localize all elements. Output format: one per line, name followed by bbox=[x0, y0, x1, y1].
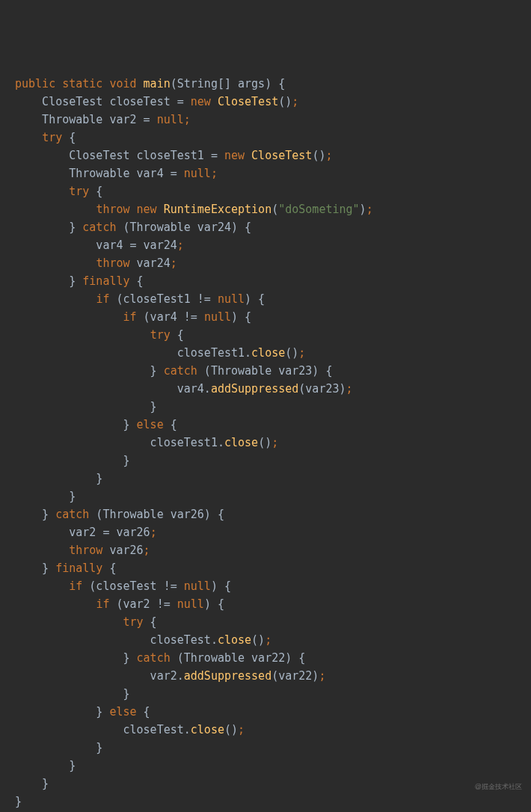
code-token: static bbox=[62, 77, 102, 90]
code-token: var2 = var26 bbox=[15, 526, 150, 539]
code-token: throw bbox=[96, 256, 129, 270]
code-token: ; bbox=[319, 669, 325, 683]
code-block: public static void main(String[] args) {… bbox=[15, 75, 524, 811]
code-token: { bbox=[164, 418, 177, 431]
watermark-label: @掘金技术社区 bbox=[475, 778, 522, 796]
code-line: } bbox=[15, 470, 524, 487]
code-line: } else { bbox=[15, 416, 524, 434]
code-token: ) bbox=[360, 203, 366, 216]
code-token: } bbox=[15, 274, 82, 288]
code-token: ; bbox=[265, 633, 271, 647]
code-token: } bbox=[15, 472, 102, 485]
code-line: } catch (Throwable var24) { bbox=[15, 218, 524, 236]
code-token: { bbox=[130, 274, 144, 288]
code-token: try bbox=[123, 615, 144, 629]
code-line: try { bbox=[15, 613, 524, 631]
code-token: ) { bbox=[204, 597, 224, 611]
code-token bbox=[15, 597, 96, 611]
code-token bbox=[15, 579, 69, 593]
code-line: } bbox=[15, 757, 524, 775]
code-line: try { bbox=[15, 326, 524, 344]
code-line: Throwable var2 = null; bbox=[15, 111, 524, 129]
code-token: null bbox=[177, 597, 204, 611]
code-token: (closeTest != bbox=[82, 579, 183, 593]
code-token bbox=[15, 256, 96, 270]
code-token: (Throwable var26) { bbox=[89, 508, 224, 521]
code-token: if bbox=[96, 597, 109, 611]
code-line: } bbox=[15, 685, 524, 703]
code-line: } catch (Throwable var26) { bbox=[15, 505, 524, 523]
code-token: () bbox=[312, 149, 325, 162]
code-token: { bbox=[102, 562, 116, 575]
code-token: (Throwable var23) { bbox=[197, 364, 333, 378]
code-token: () bbox=[278, 95, 292, 108]
code-token: () bbox=[251, 633, 265, 647]
code-line: throw var26; bbox=[15, 541, 524, 559]
code-token: null bbox=[157, 113, 184, 126]
code-token: RuntimeException bbox=[164, 203, 272, 216]
code-line: } catch (Throwable var23) { bbox=[15, 362, 524, 380]
code-line: try { bbox=[15, 129, 524, 147]
code-token: null bbox=[184, 167, 211, 180]
code-token: ; bbox=[184, 113, 191, 126]
code-line: closeTest1.close(); bbox=[15, 344, 524, 362]
code-token: addSuppressed bbox=[211, 382, 298, 396]
code-line: var4.addSuppressed(var23); bbox=[15, 380, 524, 398]
code-token bbox=[130, 203, 137, 216]
code-token: } bbox=[15, 777, 49, 790]
code-token: (var4 != bbox=[137, 310, 204, 324]
code-token: ; bbox=[271, 436, 278, 449]
code-token: Throwable var2 = bbox=[15, 113, 157, 126]
code-line: } bbox=[15, 398, 524, 416]
code-token: (Throwable var22) { bbox=[171, 651, 306, 665]
code-token: null bbox=[218, 292, 245, 306]
code-token: } bbox=[15, 741, 102, 754]
code-token: { bbox=[137, 705, 150, 719]
code-token: addSuppressed bbox=[184, 669, 271, 683]
code-token: } bbox=[15, 651, 137, 665]
code-token: ( bbox=[271, 203, 278, 216]
code-token: ; bbox=[346, 382, 353, 396]
code-token: new bbox=[137, 203, 157, 216]
code-token: } bbox=[15, 221, 82, 234]
code-line: if (var4 != null) { bbox=[15, 308, 524, 326]
code-token: { bbox=[171, 328, 184, 342]
code-token: var24 bbox=[130, 256, 171, 270]
code-token: catch bbox=[55, 508, 89, 521]
code-token: (var22) bbox=[271, 669, 319, 683]
code-token: close bbox=[224, 436, 258, 449]
code-line: var2 = var26; bbox=[15, 523, 524, 541]
code-token bbox=[15, 131, 42, 144]
code-token: } bbox=[15, 759, 76, 772]
code-token: finally bbox=[55, 562, 102, 575]
code-token: main bbox=[144, 77, 171, 90]
code-token: ; bbox=[144, 544, 150, 557]
code-token: ; bbox=[366, 203, 373, 216]
code-token: } bbox=[15, 562, 55, 575]
code-token: ; bbox=[292, 95, 298, 108]
code-token: closeTest. bbox=[15, 723, 191, 736]
code-line: CloseTest closeTest1 = new CloseTest(); bbox=[15, 147, 524, 164]
code-token bbox=[15, 328, 150, 342]
code-token bbox=[245, 149, 251, 162]
code-token: CloseTest closeTest1 = bbox=[15, 149, 224, 162]
code-token: (var23) bbox=[298, 382, 346, 396]
code-token: throw bbox=[69, 544, 102, 557]
code-token: if bbox=[69, 579, 82, 593]
code-line: try { bbox=[15, 182, 524, 200]
code-line: } catch (Throwable var22) { bbox=[15, 649, 524, 667]
code-token: ) { bbox=[245, 292, 265, 306]
code-line: } bbox=[15, 775, 524, 793]
code-token: } bbox=[15, 364, 164, 378]
code-token: () bbox=[285, 346, 298, 360]
code-line: closeTest.close(); bbox=[15, 721, 524, 739]
code-token: } bbox=[15, 454, 130, 467]
code-token: closeTest. bbox=[15, 633, 218, 647]
code-token: throw bbox=[96, 203, 129, 216]
code-token: else bbox=[109, 705, 136, 719]
code-token: new bbox=[224, 149, 245, 162]
code-token: try bbox=[150, 328, 171, 342]
code-token: { bbox=[89, 185, 102, 198]
code-token: } bbox=[15, 508, 55, 521]
code-line: closeTest1.close(); bbox=[15, 434, 524, 452]
